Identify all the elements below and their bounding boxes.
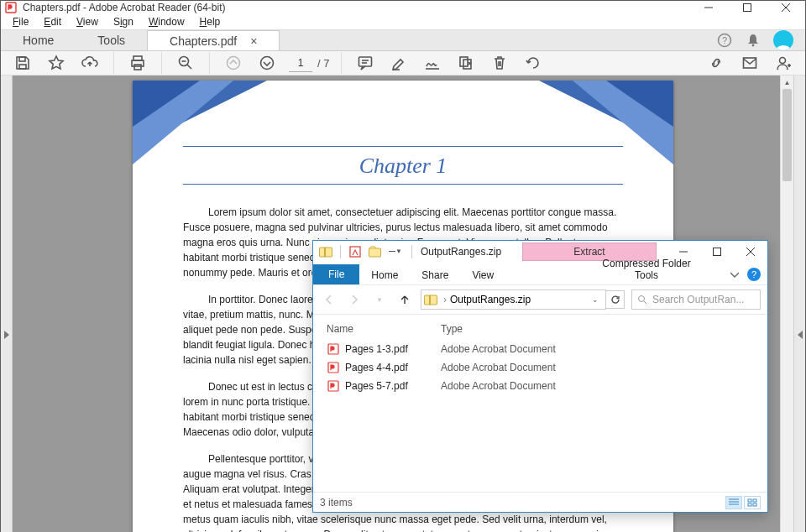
col-header-type[interactable]: Type bbox=[441, 323, 754, 335]
ribbon-collapse-icon[interactable] bbox=[724, 266, 746, 284]
user-avatar-icon[interactable] bbox=[773, 30, 793, 50]
close-tab-icon[interactable]: × bbox=[250, 34, 257, 48]
page-indicator: / 7 bbox=[289, 54, 329, 72]
address-bar[interactable]: › OutputRanges.zip ⌄ bbox=[421, 289, 606, 310]
tab-document-label: Chapters.pdf bbox=[170, 34, 237, 48]
new-folder-icon[interactable] bbox=[366, 243, 385, 261]
close-button[interactable] bbox=[734, 241, 767, 263]
ribbon-home[interactable]: Home bbox=[359, 266, 410, 284]
close-button[interactable] bbox=[767, 1, 805, 14]
col-header-name[interactable]: Name bbox=[327, 323, 441, 335]
window-controls bbox=[689, 1, 805, 14]
zoom-button[interactable] bbox=[174, 51, 197, 75]
svg-rect-56 bbox=[753, 499, 756, 502]
svg-rect-9 bbox=[19, 65, 26, 69]
menu-window[interactable]: Window bbox=[142, 14, 191, 29]
scroll-up-icon[interactable]: ▲ bbox=[781, 76, 793, 89]
ribbon-file[interactable]: File bbox=[313, 264, 359, 284]
pdf-file-icon bbox=[327, 379, 340, 393]
ribbon-compressed-tools[interactable]: Compressed Folder Tools bbox=[579, 254, 714, 284]
stamp-button[interactable] bbox=[454, 51, 478, 75]
explorer-window: ▼ OutputRanges.zip Extract File Home Sha… bbox=[312, 240, 768, 513]
svg-rect-57 bbox=[748, 503, 751, 506]
explorer-search-input[interactable]: Search OutputRan... bbox=[631, 289, 761, 310]
window-title: Chapters.pdf - Adobe Acrobat Reader (64-… bbox=[23, 2, 689, 13]
file-row[interactable]: Pages 1-3.pdf Adobe Acrobat Document bbox=[327, 340, 754, 358]
view-details-button[interactable] bbox=[725, 496, 742, 509]
file-row[interactable]: Pages 5-7.pdf Adobe Acrobat Document bbox=[327, 377, 754, 395]
address-dropdown-icon[interactable]: ⌄ bbox=[587, 295, 604, 304]
maximize-button[interactable] bbox=[728, 1, 767, 14]
page-down-button[interactable] bbox=[255, 51, 279, 75]
svg-rect-12 bbox=[134, 65, 141, 70]
page-up-button[interactable] bbox=[222, 51, 245, 75]
scroll-thumb[interactable] bbox=[782, 89, 792, 181]
minimize-button[interactable] bbox=[689, 1, 728, 14]
svg-rect-2 bbox=[744, 4, 751, 12]
highlight-button[interactable] bbox=[387, 51, 411, 75]
nav-forward-button[interactable] bbox=[345, 290, 364, 309]
refresh-button[interactable] bbox=[606, 290, 625, 309]
qat-dropdown-icon[interactable]: ▼ bbox=[386, 243, 405, 261]
menu-help[interactable]: Help bbox=[193, 14, 228, 29]
menubar: File Edit View Sign Window Help bbox=[1, 14, 805, 29]
email-button[interactable] bbox=[738, 51, 762, 75]
menu-edit[interactable]: Edit bbox=[37, 14, 68, 29]
nav-back-button[interactable] bbox=[320, 290, 338, 309]
sign-button[interactable] bbox=[421, 51, 444, 75]
nav-history-dropdown[interactable]: ▼ bbox=[370, 290, 389, 309]
print-button[interactable] bbox=[126, 51, 149, 75]
cloud-upload-button[interactable] bbox=[78, 51, 102, 75]
tab-document[interactable]: Chapters.pdf × bbox=[147, 30, 280, 50]
menu-file[interactable]: File bbox=[6, 14, 35, 29]
svg-text:?: ? bbox=[722, 35, 727, 45]
status-item-count: 3 items bbox=[320, 497, 353, 509]
explorer-help-icon[interactable]: ? bbox=[747, 268, 761, 281]
svg-rect-55 bbox=[748, 499, 751, 502]
svg-rect-38 bbox=[324, 248, 326, 257]
file-name: Pages 5-7.pdf bbox=[345, 380, 441, 392]
share-user-button[interactable] bbox=[772, 51, 795, 75]
right-panel-toggle[interactable] bbox=[793, 76, 805, 532]
properties-icon[interactable] bbox=[346, 243, 364, 261]
ribbon-share[interactable]: Share bbox=[410, 266, 460, 284]
toolbar: / 7 bbox=[1, 51, 805, 76]
page-number-input[interactable] bbox=[289, 54, 312, 72]
menu-sign[interactable]: Sign bbox=[107, 14, 140, 29]
page-total: / 7 bbox=[317, 57, 329, 70]
ribbon-view[interactable]: View bbox=[460, 266, 505, 284]
file-name: Pages 1-3.pdf bbox=[345, 343, 441, 355]
star-button[interactable] bbox=[44, 51, 68, 75]
tabbar: Home Tools Chapters.pdf × ? bbox=[1, 29, 805, 51]
breadcrumb-item[interactable]: OutputRanges.zip bbox=[450, 294, 531, 305]
acrobat-app-icon bbox=[4, 1, 18, 14]
rotate-button[interactable] bbox=[521, 51, 545, 75]
menu-view[interactable]: View bbox=[70, 14, 105, 29]
comment-button[interactable] bbox=[353, 51, 377, 75]
file-row[interactable]: Pages 4-4.pdf Adobe Acrobat Document bbox=[327, 358, 754, 377]
nav-up-button[interactable] bbox=[395, 290, 414, 309]
explorer-ribbon: File Home Share View Compressed Folder T… bbox=[313, 263, 767, 284]
svg-point-16 bbox=[228, 57, 240, 70]
svg-rect-39 bbox=[350, 247, 360, 257]
view-large-icons-button[interactable] bbox=[744, 496, 761, 509]
link-button[interactable] bbox=[704, 51, 728, 75]
help-icon[interactable]: ? bbox=[716, 32, 733, 49]
left-panel-toggle[interactable] bbox=[1, 76, 13, 532]
save-button[interactable] bbox=[11, 51, 34, 75]
delete-button[interactable] bbox=[488, 51, 511, 75]
explorer-title: OutputRanges.zip bbox=[421, 246, 501, 258]
tab-tools-label: Tools bbox=[97, 34, 125, 47]
pdf-file-icon bbox=[327, 361, 340, 374]
svg-rect-42 bbox=[714, 248, 721, 256]
svg-rect-58 bbox=[753, 503, 756, 506]
quick-access-toolbar: ▼ bbox=[313, 243, 408, 261]
tab-tools[interactable]: Tools bbox=[76, 30, 147, 50]
bell-icon[interactable] bbox=[745, 32, 762, 49]
breadcrumb-sep-icon[interactable]: › bbox=[440, 294, 450, 305]
scrollbar[interactable]: ▲ ▼ bbox=[780, 76, 793, 532]
svg-point-17 bbox=[261, 57, 274, 70]
tab-home[interactable]: Home bbox=[1, 30, 76, 50]
file-type: Adobe Acrobat Document bbox=[441, 380, 556, 392]
tabbar-right-icons: ? bbox=[716, 30, 805, 50]
